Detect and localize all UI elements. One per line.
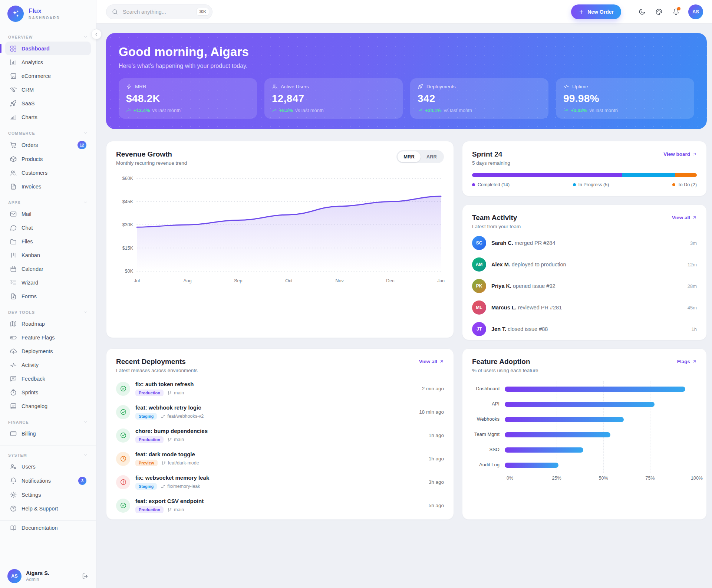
chevron-down-icon[interactable]	[83, 310, 88, 315]
app-logo[interactable]: Flux DASHBOARD	[0, 0, 96, 27]
sidebar-item-sprints[interactable]: Sprints	[5, 385, 91, 399]
chevron-down-icon[interactable]	[83, 453, 88, 457]
sidebar-item-forms[interactable]: Forms	[5, 289, 91, 303]
sidebar-item-crm[interactable]: CRM	[5, 83, 91, 96]
notifications-button[interactable]	[669, 5, 683, 19]
sidebar-item-dashboard[interactable]: Dashboard	[5, 42, 91, 55]
activity-row[interactable]: JTJen T. closed issue #881h	[472, 318, 697, 340]
toggle-arr[interactable]: ARR	[421, 151, 443, 162]
sidebar-item-analytics[interactable]: Analytics	[5, 55, 91, 69]
feature-adoption-card: Feature Adoption % of users using each f…	[462, 348, 707, 520]
svg-text:Jan: Jan	[437, 278, 445, 283]
activity-row[interactable]: AMAlex M. deployed to production12m	[472, 254, 697, 275]
sidebar-item-roadmap[interactable]: Roadmap	[5, 317, 91, 331]
stat-value: 342	[418, 93, 541, 105]
sidebar-item-notifications[interactable]: Notifications3	[5, 473, 91, 488]
sidebar-item-kanban[interactable]: Kanban	[5, 248, 91, 262]
sidebar-collapse-button[interactable]	[91, 29, 102, 39]
chevron-down-icon[interactable]	[83, 420, 88, 424]
chevron-down-icon[interactable]	[83, 131, 88, 135]
sidebar-item-help-support[interactable]: Help & Support	[5, 502, 91, 515]
sidebar-item-charts[interactable]: Charts	[5, 110, 91, 124]
adoption-row-audit-log: Audit Log	[472, 457, 697, 473]
revenue-area-chart: $0K$15K$30K$45K$60KJulAugSepOctNovDecJan	[116, 173, 445, 288]
avatar: ML	[472, 300, 486, 315]
sprint-segment-completed	[472, 173, 622, 177]
sidebar-item-products[interactable]: Products	[5, 152, 91, 166]
trend-icon	[563, 108, 568, 113]
theme-button[interactable]	[652, 5, 666, 19]
flags-link[interactable]: Flags	[677, 359, 697, 364]
sidebar: Flux DASHBOARD OVERVIEWDashboardAnalytic…	[0, 0, 96, 588]
deployment-row[interactable]: feat: dark mode togglePreviewfeat/dark-m…	[116, 447, 444, 470]
chevron-down-icon[interactable]	[83, 200, 88, 205]
environment-badge: Preview	[135, 460, 158, 466]
credit-card-icon	[10, 430, 17, 437]
dark-mode-button[interactable]	[635, 5, 649, 19]
stat-value: $48.2K	[126, 93, 250, 105]
stat-value: 12,847	[272, 93, 395, 105]
search-bar[interactable]: ⌘K	[106, 4, 212, 19]
deployment-row[interactable]: chore: bump dependenciesProductionmain1h…	[116, 424, 444, 447]
sidebar-user[interactable]: AS Aigars S. Admin	[0, 564, 96, 588]
sidebar-item-saas[interactable]: SaaS	[5, 96, 91, 110]
sidebar-item-activity[interactable]: Activity	[5, 358, 91, 372]
deployment-row[interactable]: fix: auth token refreshProductionmain2 m…	[116, 377, 444, 400]
sidebar-item-documentation[interactable]: Documentation	[5, 521, 91, 535]
deployment-row[interactable]: feat: webhook retry logicStagingfeat/web…	[116, 400, 444, 424]
deployment-row[interactable]: fix: websocket memory leakStagingfix/mem…	[116, 470, 444, 494]
sprint-segment-to-do	[675, 173, 697, 177]
card-subtitle: Latest from your team	[472, 224, 521, 229]
activity-text: Sarah C. merged PR #284	[491, 240, 556, 246]
new-order-button[interactable]: New Order	[571, 4, 621, 19]
adoption-bar	[505, 417, 624, 422]
deployment-time: 3h ago	[429, 479, 444, 485]
sidebar-item-customers[interactable]: Customers	[5, 166, 91, 180]
stat-label: Deployments	[426, 84, 456, 89]
sidebar-item-invoices[interactable]: Invoices	[5, 180, 91, 193]
sidebar-item-feedback[interactable]: Feedback	[5, 372, 91, 385]
sidebar-item-files[interactable]: Files	[5, 234, 91, 248]
sidebar-item-mail[interactable]: Mail	[5, 207, 91, 221]
deployment-time: 2 min ago	[422, 386, 444, 391]
activity-time: 28m	[688, 283, 697, 289]
adoption-label: Webhooks	[472, 417, 505, 422]
feature-adoption-chart: DashboardAPIWebhooksTeam MgmtSSOAudit Lo…	[462, 373, 706, 484]
deployment-status	[116, 475, 130, 489]
user-avatar-button[interactable]: AS	[688, 4, 703, 19]
arrow-up-right-icon	[692, 215, 697, 220]
box-icon	[10, 155, 17, 163]
axis-tick: 50%	[599, 476, 608, 481]
view-all-activity-link[interactable]: View all	[672, 215, 697, 220]
sidebar-item-users[interactable]: Users	[5, 460, 91, 473]
deployment-row[interactable]: feat: export CSV endpointProductionmain5…	[116, 494, 444, 517]
activity-row[interactable]: SCSarah C. merged PR #2843m	[472, 232, 697, 254]
sidebar-item-changelog[interactable]: Changelog	[5, 399, 91, 413]
greeting-subtitle: Here's what's happening with your produc…	[119, 63, 694, 69]
sidebar-item-label: Feature Flags	[22, 335, 55, 341]
rocket-icon	[10, 100, 17, 107]
sidebar-item-feature-flags[interactable]: Feature Flags	[5, 331, 91, 344]
chevron-down-icon[interactable]	[83, 35, 88, 39]
sidebar-item-billing[interactable]: Billing	[5, 427, 91, 440]
view-all-deployments-link[interactable]: View all	[419, 359, 444, 364]
sidebar-item-orders[interactable]: Orders12	[5, 138, 91, 152]
deployment-title: feat: webhook retry logic	[135, 404, 204, 411]
toggle-mrr[interactable]: MRR	[398, 151, 421, 162]
activity-row[interactable]: MLMarcus L. reviewed PR #28145m	[472, 297, 697, 318]
logout-button[interactable]	[82, 573, 89, 580]
sidebar-item-settings[interactable]: Settings	[5, 488, 91, 502]
adoption-label: SSO	[472, 447, 505, 453]
handshake-icon	[10, 86, 17, 93]
sidebar-item-calendar[interactable]: Calendar	[5, 262, 91, 276]
view-board-link[interactable]: View board	[663, 151, 697, 157]
sidebar-item-wizard[interactable]: Wizard	[5, 276, 91, 289]
activity-row[interactable]: PKPriya K. opened issue #9228m	[472, 275, 697, 297]
sidebar-item-ecommerce[interactable]: eCommerce	[5, 69, 91, 83]
sidebar-item-deployments[interactable]: Deployments	[5, 344, 91, 358]
search-input[interactable]	[122, 9, 192, 15]
sidebar-item-chat[interactable]: Chat	[5, 221, 91, 234]
branch-icon	[161, 414, 165, 419]
search-icon	[112, 9, 118, 15]
grid-icon	[10, 45, 17, 52]
